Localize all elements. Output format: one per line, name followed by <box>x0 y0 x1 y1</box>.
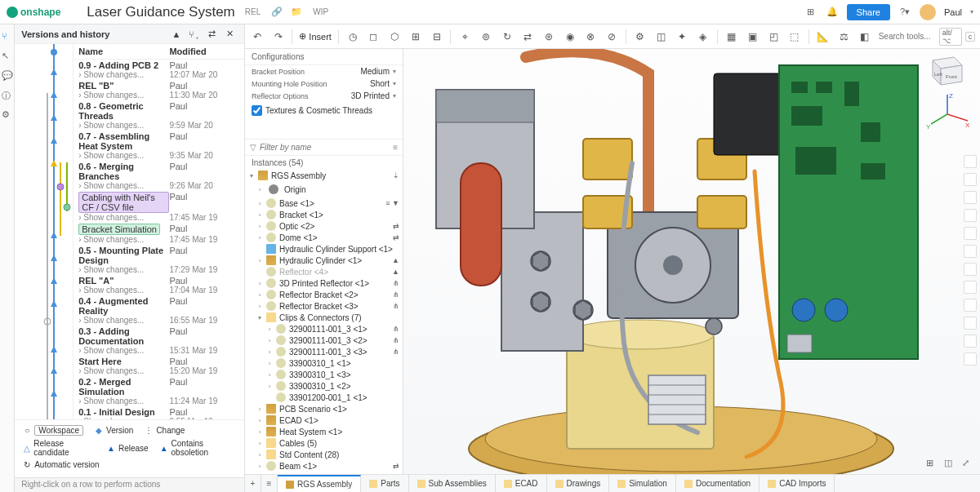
tool-4-icon[interactable]: ⊞ <box>408 29 423 44</box>
comment-icon[interactable]: 💬 <box>2 70 13 82</box>
textures-checkbox-input[interactable] <box>252 105 262 116</box>
display-4-icon[interactable]: ⬚ <box>787 29 802 44</box>
vp-tool-2[interactable] <box>964 173 977 186</box>
help-icon[interactable]: ?▾ <box>898 6 911 19</box>
tree-node[interactable]: ›33900310_1 <2> <box>245 380 403 392</box>
tree-node[interactable]: ›3D Printed Reflector <1>⋔ <box>245 277 403 289</box>
tree-node[interactable]: ›ECAD <1> <box>245 414 403 426</box>
instance-tree[interactable]: ▾RGS Assembly⇣›Origin›Base <1>≡ ▼›Bracke… <box>245 170 403 474</box>
close-panel-icon[interactable]: ✕ <box>223 27 238 42</box>
version-row[interactable]: 0.9 - Adding PCB 2Paul › Show changes...… <box>74 60 244 80</box>
version-row[interactable]: REL "B"Paul › Show changes...11:30 Mar 2… <box>74 80 244 100</box>
config-row[interactable]: Bracket PositionMedium▾ <box>245 65 403 78</box>
tree-node[interactable]: ›33900310_1 <1> <box>245 357 403 369</box>
filter-input[interactable] <box>260 143 390 152</box>
mate-2-icon[interactable]: ⊚ <box>479 29 493 44</box>
version-row[interactable]: 0.3 - Adding DocumentationPaul › Show ch… <box>74 326 244 356</box>
version-row[interactable]: 0.7 - Assembling Heat SystemPaul › Show … <box>74 131 244 161</box>
filter-icon[interactable]: ▽ <box>250 143 256 152</box>
user-avatar[interactable] <box>920 4 936 20</box>
tool-3-icon[interactable]: ⬡ <box>387 29 402 44</box>
vp-tool-5[interactable] <box>964 227 977 240</box>
cursor-icon[interactable]: ↖ <box>2 51 13 62</box>
mass-icon[interactable]: ⚖ <box>836 29 851 44</box>
hamburger-icon[interactable] <box>67 6 80 19</box>
tree-node[interactable]: ›Origin <box>245 181 403 197</box>
vp-bottom-2-icon[interactable]: ◫ <box>944 458 957 471</box>
tree-node[interactable]: Reflector <4>▲ <box>245 266 403 277</box>
tree-node[interactable]: ›Bracket <1> <box>245 209 403 220</box>
vp-tool-6[interactable] <box>964 245 977 258</box>
version-row[interactable]: 0.5 - Mounting Plate DesignPaul › Show c… <box>74 245 244 275</box>
tree-node[interactable]: ›32900111-001_3 <2>⋔ <box>245 335 403 346</box>
create-branch-icon[interactable]: ⑂₊ <box>187 27 202 42</box>
version-row[interactable]: Start HerePaul › Show changes...15:20 Ma… <box>74 356 244 376</box>
doc-tab[interactable]: ECAD <box>496 475 547 492</box>
textures-checkbox[interactable]: Textures & Cosmetic Threads <box>245 102 403 119</box>
insert-button[interactable]: ⊕Insert <box>299 31 332 42</box>
relation-4-icon[interactable]: ◈ <box>696 29 710 44</box>
mate-8-icon[interactable]: ⊘ <box>604 29 619 44</box>
vp-tool-8[interactable] <box>964 281 977 294</box>
tree-node[interactable]: ›32900111-001_3 <1>⋔ <box>245 323 403 335</box>
display-1-icon[interactable]: ▦ <box>724 29 739 44</box>
relation-3-icon[interactable]: ✦ <box>675 29 689 44</box>
tree-node[interactable]: ›Reflector Bracket <2>⋔ <box>245 289 403 300</box>
tree-node[interactable]: ›Dome <1>⇄ <box>245 232 403 243</box>
tree-node[interactable]: Hydraulic Cylinder Support <1> <box>245 243 403 255</box>
section-icon[interactable]: ◧ <box>858 29 872 44</box>
tree-node[interactable]: ›Optic <2>⇄ <box>245 220 403 232</box>
vp-tool-10[interactable] <box>964 317 977 330</box>
doc-tab[interactable]: Documentation <box>676 475 760 492</box>
vp-bottom-1-icon[interactable]: ⊞ <box>926 458 939 471</box>
doc-tab[interactable]: RGS Assembly <box>278 475 361 492</box>
share-button[interactable]: Share <box>847 4 890 20</box>
tree-node[interactable]: ›Base <1>≡ ▼ <box>245 197 403 209</box>
bell-icon[interactable]: 🔔 <box>826 6 839 19</box>
version-row[interactable]: Bracket SimulationPaul › Show changes...… <box>74 223 244 245</box>
tool-search-input[interactable] <box>879 32 936 41</box>
onshape-logo[interactable]: onshape <box>7 7 60 18</box>
doc-tab[interactable]: Drawings <box>547 475 610 492</box>
tree-node[interactable]: ›Hydraulic Cylinder <1>▲ <box>245 255 403 266</box>
display-3-icon[interactable]: ◰ <box>766 29 781 44</box>
info-icon[interactable]: ⓘ <box>2 90 13 101</box>
vp-tool-1[interactable] <box>964 155 977 168</box>
branch-icon[interactable]: ⑂ <box>2 31 13 42</box>
tree-node[interactable]: ›Reflector Bracket <3>⋔ <box>245 300 403 312</box>
user-name[interactable]: Paul <box>944 7 962 17</box>
gear-icon[interactable]: ⚙ <box>2 109 13 121</box>
mate-7-icon[interactable]: ⊗ <box>584 29 599 44</box>
mate-4-icon[interactable]: ⇄ <box>520 29 535 44</box>
measure-icon[interactable]: 📐 <box>816 29 831 44</box>
mate-1-icon[interactable]: ⌖ <box>457 29 472 44</box>
undo-icon[interactable]: ↶ <box>250 29 265 44</box>
vp-tool-11[interactable] <box>964 335 977 348</box>
version-row[interactable]: 0.2 - Merged SimulationPaul › Show chang… <box>74 376 244 406</box>
3d-viewport[interactable]: Left Front X Y Z <box>403 49 980 474</box>
mate-6-icon[interactable]: ◉ <box>563 29 577 44</box>
tool-5-icon[interactable]: ⊟ <box>430 29 444 44</box>
version-row[interactable]: 0.4 - Augmented RealityPaul › Show chang… <box>74 295 244 326</box>
tree-node[interactable]: ▾Clips & Connectors (7) <box>245 312 403 323</box>
version-row[interactable]: Cabling with Neil's CF / CSV filePaul › … <box>74 191 244 223</box>
tool-1-icon[interactable]: ◷ <box>345 29 360 44</box>
tool-2-icon[interactable]: ◻ <box>367 29 381 44</box>
config-row[interactable]: Reflector Options3D Printed▾ <box>245 90 403 102</box>
doc-tab[interactable]: Sub Assemblies <box>409 475 496 492</box>
config-row[interactable]: Mounting Hole PositionShort▾ <box>245 78 403 90</box>
vp-tool-9[interactable] <box>964 299 977 312</box>
list-options-icon[interactable]: ≡ <box>393 143 398 152</box>
create-version-icon[interactable]: ▲ <box>169 27 184 42</box>
vp-tool-4[interactable] <box>964 209 977 222</box>
version-row[interactable]: 0.8 - Geometric ThreadsPaul › Show chang… <box>74 100 244 131</box>
mate-3-icon[interactable]: ↻ <box>500 29 514 44</box>
tree-node[interactable]: ›Std Content (28) <box>245 449 403 460</box>
link-icon[interactable]: 🔗 <box>270 6 283 19</box>
add-tab-button[interactable]: + <box>245 475 261 492</box>
redo-icon[interactable]: ↷ <box>271 29 286 44</box>
mate-5-icon[interactable]: ⊛ <box>541 29 556 44</box>
tree-node[interactable]: 33901200-001_1 <1> <box>245 392 403 403</box>
tree-node[interactable]: ›Cables (5) <box>245 437 403 449</box>
tab-list-button[interactable]: ≡ <box>261 475 278 492</box>
